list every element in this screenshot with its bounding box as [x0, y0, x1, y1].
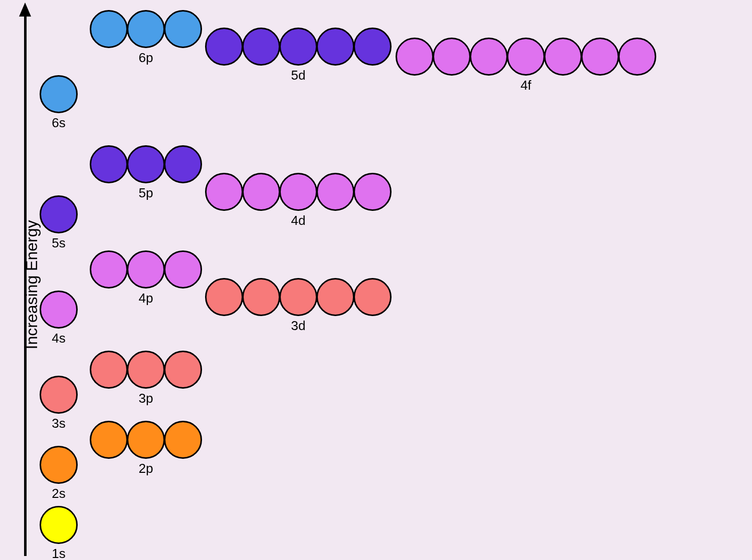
orbital-circles — [40, 446, 77, 484]
orbital-circle — [353, 28, 392, 66]
orbital-group-6p: 6p — [90, 10, 202, 66]
orbital-circle — [316, 278, 354, 316]
orbital-group-5s: 5s — [40, 195, 77, 251]
orbital-group-3p: 3p — [90, 351, 202, 406]
orbital-label: 1s — [52, 546, 65, 560]
orbital-circles — [40, 195, 77, 233]
energy-level-diagram: Increasing Energy 1s2s2p3s3p4s3d4p5s4d5p… — [0, 0, 752, 560]
orbital-circle — [40, 195, 78, 233]
orbital-circle — [581, 38, 619, 76]
orbital-label: 4s — [52, 331, 65, 346]
orbital-circle — [127, 145, 165, 183]
orbital-circles — [206, 278, 391, 316]
energy-axis-label: Increasing Energy — [23, 220, 41, 350]
orbital-circle — [279, 28, 317, 66]
orbital-circle — [316, 28, 354, 66]
orbital-label: 5p — [139, 185, 153, 201]
orbital-circle — [396, 38, 434, 76]
orbital-circle — [90, 145, 128, 183]
orbital-circle — [40, 446, 78, 484]
orbital-circles — [40, 291, 77, 329]
orbital-circle — [242, 278, 280, 316]
orbital-label: 3s — [52, 416, 65, 431]
orbital-group-5p: 5p — [90, 145, 202, 201]
orbital-label: 3d — [291, 318, 306, 334]
orbital-circle — [618, 38, 656, 76]
orbital-circles — [90, 250, 202, 289]
orbital-circle — [127, 351, 165, 389]
orbital-circle — [279, 173, 317, 211]
orbital-group-3s: 3s — [40, 376, 77, 431]
orbital-circle — [40, 376, 78, 414]
orbital-circle — [242, 173, 280, 211]
energy-axis-arrowhead — [19, 3, 31, 17]
orbital-circles — [206, 173, 391, 211]
orbital-circle — [164, 351, 202, 389]
orbital-label: 6p — [139, 50, 153, 66]
orbital-circles — [90, 10, 202, 48]
orbital-circle — [127, 10, 165, 48]
orbital-circles — [90, 145, 202, 183]
orbital-circles — [90, 351, 202, 389]
orbital-label: 2s — [52, 486, 65, 501]
orbital-group-4s: 4s — [40, 291, 77, 346]
orbital-circle — [40, 291, 78, 329]
orbital-circle — [316, 173, 354, 211]
orbital-label: 5d — [291, 68, 306, 83]
orbital-circle — [242, 28, 280, 66]
orbital-circle — [279, 278, 317, 316]
orbital-label: 4p — [139, 291, 153, 306]
orbital-circle — [507, 38, 545, 76]
orbital-group-6s: 6s — [40, 75, 77, 131]
orbital-circle — [40, 75, 78, 113]
orbital-circle — [353, 278, 392, 316]
orbital-circles — [396, 38, 656, 76]
orbital-circle — [90, 421, 128, 459]
orbital-circle — [205, 173, 243, 211]
orbital-circle — [127, 250, 165, 289]
orbital-circle — [90, 10, 128, 48]
orbital-circle — [90, 250, 128, 289]
orbital-group-5d: 5d — [206, 28, 391, 83]
orbital-circle — [544, 38, 582, 76]
orbital-group-2p: 2p — [90, 421, 202, 476]
orbital-circle — [164, 421, 202, 459]
orbital-group-1s: 1s — [40, 506, 77, 560]
orbital-label: 2p — [139, 461, 153, 476]
orbital-circle — [164, 145, 202, 183]
orbital-group-4f: 4f — [396, 38, 656, 93]
orbital-label: 3p — [139, 391, 153, 406]
orbital-label: 4f — [520, 78, 531, 93]
orbital-label: 5s — [52, 235, 65, 251]
orbital-circle — [205, 278, 243, 316]
orbital-circles — [40, 376, 77, 414]
orbital-circles — [90, 421, 202, 459]
orbital-circles — [40, 506, 77, 544]
orbital-circle — [40, 506, 78, 544]
orbital-circle — [90, 351, 128, 389]
orbital-circle — [164, 250, 202, 289]
orbital-circle — [164, 10, 202, 48]
orbital-group-4p: 4p — [90, 250, 202, 306]
orbital-circle — [470, 38, 508, 76]
orbital-circle — [127, 421, 165, 459]
orbital-circle — [353, 173, 392, 211]
orbital-label: 6s — [52, 115, 65, 131]
orbital-circle — [205, 28, 243, 66]
orbital-group-3d: 3d — [206, 278, 391, 334]
orbital-group-4d: 4d — [206, 173, 391, 228]
orbital-label: 4d — [291, 213, 306, 228]
orbital-circles — [40, 75, 77, 113]
orbital-circle — [433, 38, 471, 76]
orbital-circles — [206, 28, 391, 66]
orbital-group-2s: 2s — [40, 446, 77, 501]
